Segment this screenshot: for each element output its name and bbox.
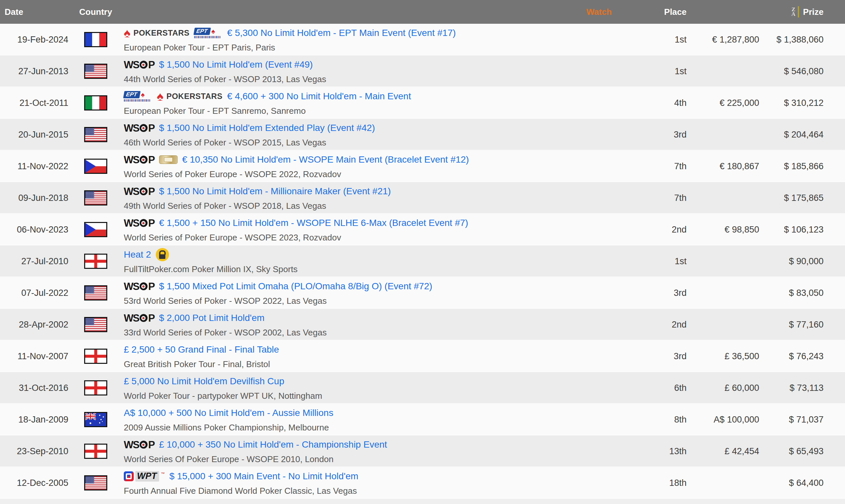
prize-cell: $ 83,050 [759,277,845,309]
event-cell: £ 5,000 No Limit Hold'em Devilfish CupWo… [112,372,574,404]
local-prize-cell: £ 36,500 [687,340,759,372]
wsop-bracelet-icon [159,155,178,164]
prize-cell: $ 106,123 [759,214,845,246]
event-link[interactable]: $ 1,500 No Limit Hold'em Extended Play (… [159,123,375,133]
column-header-watch[interactable]: Watch [574,7,624,17]
event-cell: A$ 10,000 + 500 No Limit Hold'em - Aussi… [112,404,574,435]
country-flag-cz [84,222,107,237]
local-prize-cell [687,277,759,309]
local-prize-cell: € 1,287,800 [687,24,759,55]
date-cell: 19-Feb-2024 [0,24,79,55]
country-cell [79,340,112,372]
event-cell: WSP$ 2,000 Pot Limit Hold'em33rd World S… [112,309,574,340]
country-flag-us [84,127,107,142]
wsop-logo: WSP [124,281,155,292]
event-cell: Heat 2FullTiltPoker.com Poker Million IX… [112,246,574,277]
local-prize-cell [687,309,759,340]
table-row: 19-Feb-2024♠★POKERSTARSEPT♠€ 5,300 No Li… [0,24,845,55]
date-cell: 28-Apr-2002 [0,309,79,340]
country-cell [79,24,112,55]
prize-cell: $ 1,388,060 [759,24,845,55]
event-link[interactable]: $ 15,000 + 300 Main Event - No Limit Hol… [169,471,358,482]
event-cell: WSP$ 1,500 No Limit Hold'em (Event #49)4… [112,55,574,87]
place-cell: 3rd [624,277,687,309]
table-row: 06-Nov-2023WSP€ 1,500 + 150 No Limit Hol… [0,214,845,246]
ept-logo: EPT♠ [124,91,152,102]
country-flag-us [84,285,107,301]
country-cell [79,435,112,467]
place-cell: 3rd [624,340,687,372]
table-row: 20-Jun-2015WSP$ 1,500 No Limit Hold'em E… [0,119,845,150]
date-cell: 27-Jun-2013 [0,55,79,87]
date-cell: 18-Jan-2009 [0,404,79,435]
place-cell: 7th [624,182,687,214]
date-cell: 11-Nov-2007 [0,340,79,372]
event-cell: WSP€ 10,350 No Limit Hold'em - WSOPE Mai… [112,150,574,182]
event-link[interactable]: £ 10,000 + 350 No Limit Hold'em - Champi… [159,439,387,450]
local-prize-cell [687,246,759,277]
event-link[interactable]: € 1,500 + 150 No Limit Hold'em - WSOPE N… [159,218,469,228]
watch-cell [574,309,624,340]
ept-logo: EPT♠ [194,28,223,38]
watch-cell [574,55,624,87]
watch-cell [574,246,624,277]
column-header-place[interactable]: Place [624,7,687,17]
local-prize-cell: € 180,867 [687,150,759,182]
table-row: 23-Sep-2010WSP£ 10,000 + 350 No Limit Ho… [0,435,845,467]
prize-cell: $ 65,493 [759,435,845,467]
watch-cell [574,24,624,55]
event-link[interactable]: € 4,600 + 300 No Limit Hold'em - Main Ev… [227,91,411,102]
country-cell [79,119,112,150]
watch-cell [574,372,624,404]
wsop-logo: WSP [124,218,155,228]
event-subtitle: 2009 Aussie Millions Poker Championship,… [124,422,574,433]
watch-cell [574,150,624,182]
event-link[interactable]: $ 1,500 No Limit Hold'em - Millionaire M… [159,186,391,197]
table-row: 21-Oct-2011EPT♠♠★POKERSTARS€ 4,600 + 300… [0,87,845,119]
column-header-date[interactable]: Date [0,7,79,17]
country-cell [79,87,112,119]
date-cell: 09-Jun-2018 [0,182,79,214]
event-link[interactable]: £ 2,500 + 50 Grand Final - Final Table [124,344,279,355]
country-cell [79,182,112,214]
watch-cell [574,340,624,372]
watch-cell [574,404,624,435]
date-cell: 21-Oct-2011 [0,87,79,119]
prize-cell: $ 185,866 [759,150,845,182]
event-link[interactable]: € 10,350 No Limit Hold'em - WSOPE Main E… [182,155,469,165]
wsop-logo: WSP [124,313,155,323]
wpt-logo: WPT™ [124,471,165,482]
place-cell: 18th [624,467,687,499]
event-link[interactable]: $ 2,000 Pot Limit Hold'em [159,313,265,323]
table-row: 11-Nov-2007£ 2,500 + 50 Grand Final - Fi… [0,340,845,372]
event-link[interactable]: € 5,300 No Limit Hold'em - EPT Main Even… [227,28,456,38]
country-cell [79,277,112,309]
event-subtitle: European Poker Tour - EPT Sanremo, Sanre… [124,106,574,116]
event-link[interactable]: $ 1,500 Mixed Pot Limit Omaha (PLO/Omaha… [159,281,433,292]
event-subtitle: 53rd World Series of Poker - WSOP 2022, … [124,296,574,306]
event-cell: WSP$ 1,500 No Limit Hold'em Extended Pla… [112,119,574,150]
event-link[interactable]: $ 1,500 No Limit Hold'em (Event #49) [159,59,313,70]
prize-cell: $ 77,160 [759,309,845,340]
event-link[interactable]: £ 5,000 No Limit Hold'em Devilfish Cup [124,376,284,386]
country-flag-gb-eng [84,444,107,459]
country-cell [79,309,112,340]
lock-icon[interactable] [156,248,169,261]
country-cell [79,150,112,182]
table-row: 12-Dec-2005WPT™$ 15,000 + 300 Main Event… [0,467,845,499]
date-cell: 23-Sep-2010 [0,435,79,467]
country-cell [79,214,112,246]
table-row: 27-Jul-2010Heat 2FullTiltPoker.com Poker… [0,246,845,277]
event-link[interactable]: Heat 2 [124,249,151,260]
event-subtitle: Fourth Annual Five Diamond World Poker C… [124,486,574,496]
column-header-prize-label[interactable]: Prize [803,7,824,17]
watch-cell [574,467,624,499]
country-flag-us [84,190,107,205]
date-cell: 06-Nov-2023 [0,214,79,246]
watch-cell [574,435,624,467]
sort-z-a-icon[interactable]: Z A [792,6,799,17]
watch-cell [574,182,624,214]
event-subtitle: FullTiltPoker.com Poker Million IX, Sky … [124,264,574,274]
column-header-prize: Z A Prize [759,6,845,17]
event-link[interactable]: A$ 10,000 + 500 No Limit Hold'em - Aussi… [124,408,333,418]
